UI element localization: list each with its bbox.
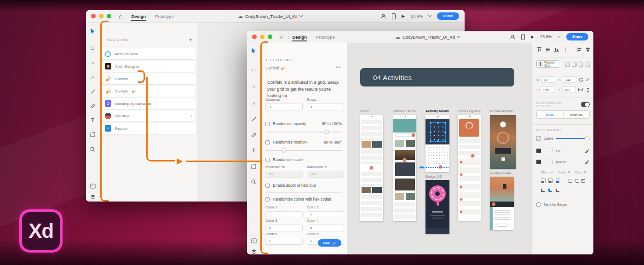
fill-swatch[interactable]: —	[544, 149, 553, 153]
border-outer-icon[interactable]	[556, 179, 560, 183]
artboard-surfing[interactable]	[490, 177, 514, 230]
document-title[interactable]: ☁ CodyBrown_Tractiv_UI_Kit	[238, 13, 302, 19]
boolean-intersect-icon[interactable]	[579, 62, 583, 67]
chevron-down-icon[interactable]	[428, 14, 431, 17]
align-center-icon[interactable]	[585, 47, 591, 52]
flip-horizontal-icon[interactable]	[578, 87, 583, 92]
align-middle-icon[interactable]	[545, 47, 551, 52]
add-plugin-button[interactable]: +	[189, 36, 192, 43]
border-center-icon[interactable]	[548, 179, 553, 183]
pen-tool-icon[interactable]	[86, 104, 99, 109]
line-tool-icon[interactable]	[86, 89, 99, 94]
fill-enabled-icon[interactable]	[536, 149, 541, 153]
select-tool-icon[interactable]	[86, 28, 99, 34]
join-bevel-icon[interactable]	[556, 189, 559, 192]
width-input[interactable]	[541, 76, 555, 83]
responsive-resize-toggle[interactable]	[581, 102, 590, 107]
artboard-label-surfing[interactable]: Surfing Detail	[490, 171, 511, 175]
account-icon[interactable]	[510, 35, 515, 40]
artboard-label-home[interactable]: Home	[360, 109, 369, 113]
artboard-label-track-log[interactable]: Track Log Wee...	[458, 109, 484, 113]
align-left-icon[interactable]	[576, 47, 582, 52]
eyedropper-icon[interactable]	[584, 148, 590, 154]
columns-input[interactable]	[265, 104, 303, 110]
gap-value[interactable]: 0	[584, 170, 586, 174]
close-icon[interactable]	[91, 14, 96, 18]
artboard-track-log[interactable]	[458, 115, 481, 221]
boolean-add-icon[interactable]	[566, 62, 569, 67]
color-5-input[interactable]	[265, 238, 303, 245]
color-4-input[interactable]	[307, 225, 344, 231]
section-banner[interactable]: 04 Activities	[360, 68, 514, 86]
cap-butt-icon[interactable]	[569, 179, 572, 183]
artboard-badge-x3[interactable]	[426, 180, 449, 234]
share-button[interactable]: Share	[566, 33, 588, 40]
layers-icon[interactable]	[86, 194, 99, 200]
window-controls[interactable]	[91, 14, 111, 18]
opacity-slider[interactable]	[265, 132, 342, 132]
slider-handle[interactable]	[325, 130, 329, 134]
selection-box[interactable]	[430, 122, 446, 142]
artboard-label-badge[interactable]: Badge_X3	[426, 174, 442, 179]
align-top-icon[interactable]	[536, 47, 542, 52]
join-miter-icon[interactable]	[541, 189, 545, 192]
boolean-subtract-icon[interactable]	[573, 62, 576, 67]
zoom-level[interactable]: 23.6%	[411, 14, 423, 18]
color-1-input[interactable]	[265, 211, 303, 218]
artboard-label-discover[interactable]: Discover Activi...	[393, 109, 419, 113]
close-icon[interactable]	[252, 35, 257, 39]
align-bottom-icon[interactable]	[554, 47, 559, 52]
minimize-icon[interactable]	[99, 14, 104, 18]
ellipse-tool-icon[interactable]: ○	[86, 60, 99, 65]
artboard-home[interactable]	[360, 115, 383, 221]
tab-design[interactable]: Design	[131, 11, 146, 22]
opacity-slider[interactable]	[556, 138, 588, 139]
design-canvas[interactable]: 04 Activities Home Discover Activi...	[347, 43, 531, 254]
text-tool-icon[interactable]: T	[247, 148, 260, 153]
zoom-level[interactable]: 23.6%	[540, 35, 552, 39]
y-input[interactable]	[562, 86, 576, 93]
line-tool-icon[interactable]	[247, 117, 260, 121]
chevron-down-icon[interactable]	[558, 35, 561, 38]
polygon-tool-icon[interactable]: △	[247, 101, 260, 106]
ellipse-tool-icon[interactable]: ○	[247, 85, 260, 90]
share-button[interactable]: Share	[437, 12, 459, 20]
play-icon[interactable]: ▶	[402, 14, 405, 18]
tab-prototype[interactable]: Prototype	[155, 11, 174, 22]
rotation-slider[interactable]	[265, 150, 342, 151]
artboard-label-activity-month[interactable]: Activity Month...	[426, 109, 452, 113]
home-icon[interactable]: ⌂	[119, 13, 122, 19]
play-icon[interactable]: ▶	[531, 35, 534, 39]
artboard-tool-icon[interactable]	[86, 132, 99, 137]
auto-button[interactable]: Auto	[537, 111, 564, 118]
tab-prototype[interactable]: Prototype	[316, 32, 335, 42]
run-button[interactable]: Run	[318, 239, 341, 247]
rectangle-tool-icon[interactable]: □	[86, 46, 99, 51]
border-enabled-icon[interactable]	[536, 160, 541, 164]
assets-icon[interactable]	[86, 184, 99, 189]
repeat-grid-button[interactable]: Repeat Grid	[536, 60, 559, 68]
dash-value[interactable]: 0	[568, 170, 570, 174]
color-3-input[interactable]	[265, 225, 303, 231]
maximum-input[interactable]	[307, 171, 344, 178]
slider-handle[interactable]	[282, 148, 286, 152]
pen-tool-icon[interactable]	[247, 132, 260, 138]
artboard-label-record[interactable]: Record Activity	[490, 109, 513, 113]
assets-icon[interactable]	[247, 238, 260, 243]
color-2-input[interactable]	[307, 211, 344, 218]
layers-icon[interactable]	[247, 249, 260, 254]
window-controls[interactable]	[252, 35, 272, 39]
distribute-vertical-icon[interactable]	[563, 47, 568, 52]
rotate-icon[interactable]	[578, 77, 584, 82]
minimum-input[interactable]	[265, 171, 303, 178]
manual-button[interactable]: Manual	[564, 111, 590, 118]
mark-for-export-checkbox[interactable]	[536, 202, 540, 207]
boolean-exclude-icon[interactable]	[586, 62, 590, 67]
select-tool-icon[interactable]	[247, 48, 260, 53]
plugins-back-button[interactable]: ‹ PLUGINS	[265, 57, 293, 63]
rectangle-tool-icon[interactable]: □	[247, 68, 260, 73]
text-tool-icon[interactable]: T	[86, 118, 99, 123]
minimize-icon[interactable]	[260, 35, 264, 39]
plugin-menu-button[interactable]: •••	[336, 65, 341, 69]
plugin-item-alexa-preview[interactable]: Alexa Preview	[101, 48, 196, 59]
